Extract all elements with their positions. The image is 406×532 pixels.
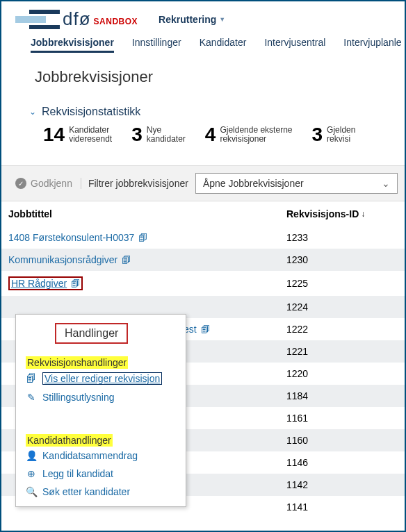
stat-number: 3 [311, 124, 323, 146]
stats-title: Rekvisisjonstatistikk [42, 106, 140, 118]
plus-icon: ⊕ [26, 468, 37, 479]
stat-number: 14 [43, 124, 65, 146]
requisition-id-cell: 1146 [286, 457, 398, 468]
main-nav: Jobbrekvisisjoner Innstillinger Kandidat… [1, 30, 405, 57]
stat-number: 3 [131, 124, 143, 146]
popup-title: Handlinger [55, 323, 128, 344]
nav-interview-central[interactable]: Intervjusentral [264, 37, 325, 53]
action-search-candidates[interactable]: 🔍 Søk etter kandidater [26, 483, 176, 501]
context-menu-icon[interactable]: 🗐 [71, 279, 80, 289]
sort-down-icon: ↓ [361, 209, 365, 219]
approve-button[interactable]: ✓ Godkjenn [15, 178, 81, 189]
requisition-id-cell: 1142 [286, 479, 398, 490]
sandbox-badge: SANDBOX [94, 17, 138, 26]
action-candidate-summary[interactable]: 👤 Kandidatsammendrag [26, 447, 176, 465]
context-menu-icon[interactable]: 🗐 [201, 324, 210, 335]
requisition-id-cell: 1233 [286, 232, 398, 243]
stat-forwarded[interactable]: 14 Kandidatervideresendt [43, 124, 112, 146]
requisition-id-cell: 1222 [286, 324, 398, 335]
action-label: Stillingsutlysning [42, 392, 115, 403]
actions-popup: Handlinger Rekvisisjonshandlinger 🗐 Vis … [15, 314, 186, 507]
search-icon: 🔍 [26, 486, 37, 497]
table-row: Kommunikasjonsrådgiver🗐1230 [1, 249, 405, 271]
table-row: HR Rådgiver🗐1225 [1, 271, 405, 296]
job-title-cell[interactable]: HR Rådgiver🗐 [8, 276, 286, 290]
action-add-candidate[interactable]: ⊕ Legg til kandidat [26, 465, 176, 483]
action-label: Søk etter kandidater [42, 486, 130, 497]
filter-label: Filtrer jobbrekvisisjoner [88, 178, 188, 189]
requisition-id-cell: 1224 [286, 301, 398, 313]
requisition-id-cell: 1225 [286, 278, 398, 289]
stat-number: 4 [205, 124, 216, 146]
person-icon: 👤 [26, 450, 37, 461]
stats-toggle[interactable]: ⌄ Rekvisisjonstatistikk [29, 106, 405, 118]
stat-external-req[interactable]: 4 Gjeldende eksternerekvisisjoner [205, 124, 293, 146]
module-dropdown[interactable]: Rekruttering ▼ [159, 14, 225, 25]
requisition-id-cell: 1230 [286, 254, 398, 265]
job-title-cell[interactable]: Kommunikasjonsrådgiver🗐 [8, 254, 286, 265]
requisition-id-cell: 1220 [286, 368, 398, 379]
action-label: Vis eller rediger rekvisisjon [42, 372, 162, 385]
nav-interview-plan[interactable]: Intervjuplanle [343, 37, 401, 53]
popup-section-candidate: Kandidathandlinger [26, 434, 113, 447]
stat-partial[interactable]: 3 Gjeldenrekvisi [311, 124, 355, 146]
logo-text: dfø [63, 8, 91, 30]
action-label: Legg til kandidat [42, 468, 113, 479]
chevron-down-icon: ⌄ [29, 107, 36, 117]
job-title-cell[interactable]: 1408 Førstekonsulent-H0037🗐 [8, 232, 286, 243]
requisition-id-cell: 1184 [286, 390, 398, 401]
module-label: Rekruttering [159, 14, 216, 25]
stat-new-candidates[interactable]: 3 Nyekandidater [131, 124, 186, 146]
nav-jobreq[interactable]: Jobbrekvisisjoner [31, 37, 114, 53]
action-job-posting[interactable]: ✎ Stillingsutlysning [26, 388, 176, 406]
page-title: Jobbrekvisisjoner [1, 57, 405, 100]
posting-icon: ✎ [26, 392, 37, 403]
context-menu-icon[interactable]: 🗐 [122, 255, 131, 265]
nav-settings[interactable]: Innstillinger [132, 37, 181, 53]
chevron-down-icon: ⌄ [382, 178, 390, 189]
popup-section-requisition: Rekvisisjonshandlinger [26, 356, 128, 369]
action-view-edit-requisition[interactable]: 🗐 Vis eller rediger rekvisisjon [26, 369, 176, 388]
column-header-title[interactable]: Jobbtittel [8, 208, 286, 219]
action-label: Kandidatsammendrag [42, 450, 138, 461]
column-header-id[interactable]: Rekvisisjons-ID ↓ [286, 208, 398, 219]
table-row: 1408 Førstekonsulent-H0037🗐1233 [1, 226, 405, 249]
document-icon: 🗐 [26, 373, 37, 384]
requisition-id-cell: 1161 [286, 413, 398, 424]
requisition-id-cell: 1221 [286, 346, 398, 357]
dropdown-value: Åpne Jobbrekvisisjoner [203, 178, 304, 189]
context-menu-icon[interactable]: 🗐 [138, 233, 147, 243]
nav-candidates[interactable]: Kandidater [200, 37, 247, 53]
filter-dropdown[interactable]: Åpne Jobbrekvisisjoner ⌄ [195, 173, 398, 194]
approve-label: Godkjenn [31, 178, 72, 189]
caret-down-icon: ▼ [219, 16, 225, 23]
requisition-id-cell: 1160 [286, 435, 398, 446]
logo: dfø SANDBOX [29, 8, 138, 30]
check-icon: ✓ [15, 178, 26, 189]
requisition-id-cell: 1141 [286, 501, 398, 513]
